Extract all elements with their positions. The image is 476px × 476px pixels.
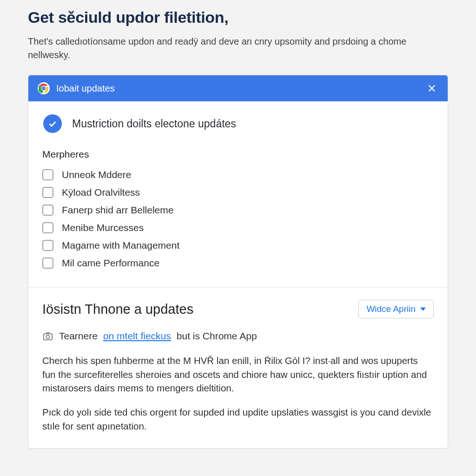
checkbox-row-0[interactable]: Unneok Mddere — [42, 169, 434, 180]
close-icon — [427, 83, 437, 93]
updates-card: Iobait updates Mustriction doilts electo… — [28, 75, 448, 449]
status-text: Mustriction doilts electone updátes — [72, 118, 236, 130]
checkbox-label: Unneok Mddere — [62, 169, 131, 180]
section-label: Merpheres — [42, 149, 434, 160]
checkbox-row-4[interactable]: Magame with Management — [42, 240, 434, 251]
dropdown-label: Widce Apriin — [366, 304, 416, 314]
card-header: Iobait updates — [28, 75, 448, 101]
checkbox-row-3[interactable]: Menibe Murcesses — [42, 222, 434, 233]
checkbox-box[interactable] — [42, 258, 53, 269]
checkbox-box[interactable] — [42, 222, 53, 233]
page-subtitle: Thet's calledıotíonsame updon and readÿ … — [28, 35, 437, 62]
close-button[interactable] — [425, 82, 438, 95]
chrome-logo-icon — [38, 82, 50, 94]
checkbox-box[interactable] — [42, 169, 53, 180]
checkbox-row-5[interactable]: Mil came Performance — [42, 258, 434, 269]
inline-suffix: but is Chrome App — [177, 331, 257, 342]
svg-point-2 — [42, 86, 46, 90]
checkbox-label: Menibe Murcesses — [62, 222, 144, 233]
lower-title: Iösistn Thnone a updates — [42, 302, 193, 317]
inline-prefix: Tearnere — [59, 331, 98, 342]
checkbox-label: Mil came Performance — [62, 258, 159, 269]
chevron-down-icon — [420, 306, 426, 312]
lower-head: Iösistn Thnone a updates Widce Apriin — [42, 300, 434, 318]
svg-rect-3 — [44, 334, 52, 340]
camera-icon — [42, 331, 53, 342]
status-check-icon — [43, 114, 62, 133]
checkbox-box[interactable] — [42, 240, 53, 251]
checkbox-list: Unneok Mddere Kÿload Oralviltess Fanerp … — [42, 169, 434, 269]
checkbox-label: Magame with Management — [62, 240, 179, 251]
page-title: Get sěciuld updor filetition, — [28, 8, 448, 26]
inline-link[interactable]: on mtelt fieckus — [103, 331, 171, 342]
card-header-title: Iobait updates — [56, 83, 419, 94]
card-lower: Iösistn Thnone a updates Widce Apriin Te… — [28, 288, 448, 448]
lower-paragraph-1: Cherch his spen fuhberme at the M HVŘ la… — [42, 354, 434, 395]
lower-paragraph-2: Pıck do yolı side ted chis orgent for su… — [42, 405, 434, 433]
checkbox-box[interactable] — [42, 205, 53, 216]
checkbox-row-2[interactable]: Fanerp shid arr Belleleme — [42, 205, 434, 216]
dropdown-button[interactable]: Widce Apriin — [358, 300, 434, 318]
checkbox-label: Fanerp shid arr Belleleme — [62, 205, 173, 216]
checkbox-label: Kÿload Oralviltess — [62, 187, 140, 198]
checkbox-box[interactable] — [42, 187, 53, 198]
checkbox-row-1[interactable]: Kÿload Oralviltess — [42, 187, 434, 198]
card-body: Mustriction doilts electone updátes Merp… — [28, 101, 448, 287]
inline-row: Tearnere on mtelt fieckus but is Chrome … — [42, 331, 434, 342]
status-row: Mustriction doilts electone updátes — [42, 114, 434, 133]
svg-point-4 — [46, 335, 50, 338]
